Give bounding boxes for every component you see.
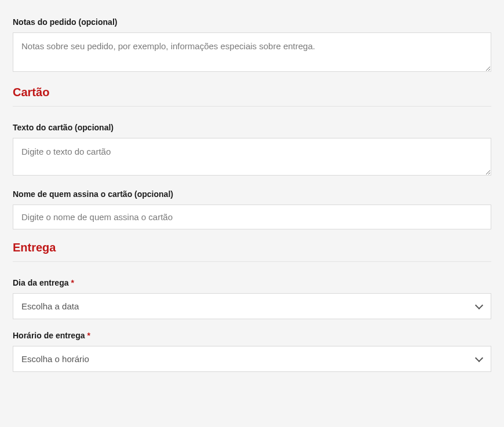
card-signer-group: Nome de quem assina o cartão (opcional) [13, 189, 491, 229]
card-section-divider [13, 106, 491, 107]
delivery-date-group: Dia da entrega * Escolha a data [13, 278, 491, 319]
order-notes-label: Notas do pedido (opcional) [13, 17, 491, 27]
delivery-time-select[interactable]: Escolha o horário [13, 346, 491, 372]
order-notes-textarea[interactable] [13, 32, 491, 72]
delivery-date-select[interactable]: Escolha a data [13, 293, 491, 319]
required-mark: * [71, 278, 74, 287]
delivery-time-label-text: Horário de entrega [13, 331, 87, 340]
delivery-section-heading: Entrega [13, 241, 491, 254]
delivery-date-label-text: Dia da entrega [13, 278, 71, 287]
card-text-group: Texto do cartão (opcional) [13, 123, 491, 178]
delivery-time-group: Horário de entrega * Escolha o horário [13, 331, 491, 372]
delivery-time-select-wrapper: Escolha o horário [13, 346, 491, 372]
order-notes-group: Notas do pedido (opcional) [13, 17, 491, 74]
card-signer-input[interactable] [13, 205, 491, 229]
delivery-date-label: Dia da entrega * [13, 278, 491, 287]
card-section-heading: Cartão [13, 86, 491, 99]
required-mark: * [87, 331, 90, 340]
card-text-textarea[interactable] [13, 138, 491, 176]
delivery-time-label: Horário de entrega * [13, 331, 491, 340]
card-text-label: Texto do cartão (opcional) [13, 123, 491, 132]
delivery-date-select-wrapper: Escolha a data [13, 293, 491, 319]
card-signer-label: Nome de quem assina o cartão (opcional) [13, 189, 491, 199]
delivery-section-divider [13, 261, 491, 262]
